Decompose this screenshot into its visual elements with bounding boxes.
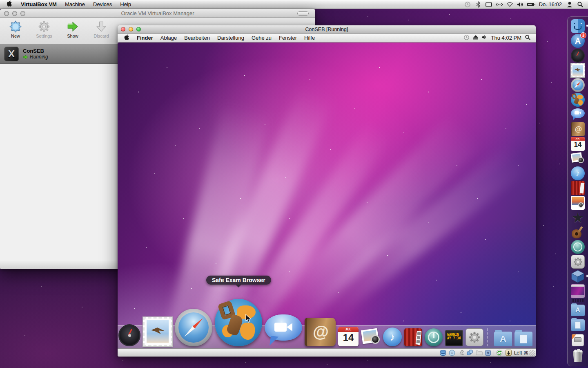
address-book-icon[interactable]: @: [571, 122, 585, 136]
usb-icon[interactable]: [458, 350, 465, 356]
manager-window-title: Oracle VM VirtualBox Manager: [0, 10, 315, 16]
image-capture-icon[interactable]: [571, 196, 585, 210]
guest-menu-hilfe[interactable]: Hilfe: [301, 35, 318, 41]
applications-folder-icon[interactable]: A: [494, 332, 512, 346]
manager-titlebar[interactable]: Oracle VM VirtualBox Manager: [0, 9, 315, 18]
optical-disc-icon[interactable]: [449, 350, 456, 356]
volume-icon[interactable]: [516, 0, 525, 9]
time-machine-icon[interactable]: [571, 240, 585, 254]
vm-name: ConSEB: [23, 48, 48, 54]
system-preferences-icon[interactable]: [571, 255, 585, 269]
host-clock[interactable]: Do. 16:02: [537, 1, 564, 7]
dashboard-icon[interactable]: [571, 49, 585, 63]
battery-icon[interactable]: [527, 0, 536, 9]
host-key-icon[interactable]: [505, 350, 512, 356]
guest-desktop[interactable]: Safe Exam Browser: [118, 43, 536, 348]
led-ticker-icon[interactable]: WARNIN AY 7:36: [445, 330, 463, 346]
shared-folders-icon[interactable]: [476, 350, 483, 356]
ical-icon[interactable]: JUL 14: [571, 137, 585, 151]
display-icon[interactable]: [484, 0, 493, 9]
virtualbox-icon[interactable]: [571, 269, 585, 283]
guest-volume-icon[interactable]: [482, 34, 488, 41]
guest-menu-bearbeiten[interactable]: Bearbeiten: [180, 35, 214, 41]
finder-smile: [574, 26, 581, 30]
new-vm-button[interactable]: New: [6, 20, 25, 38]
show-label: Show: [67, 34, 78, 38]
hard-disks-icon[interactable]: [440, 350, 447, 356]
guest-menu-finder[interactable]: Finder: [133, 35, 157, 41]
discard-button[interactable]: Discard: [91, 20, 111, 38]
seb-continent: [578, 100, 583, 105]
safe-exam-browser-icon[interactable]: [571, 93, 585, 107]
user-icon[interactable]: [565, 0, 574, 9]
menu-help[interactable]: Help: [116, 0, 135, 9]
menu-app-name[interactable]: VirtualBox VM: [17, 0, 61, 9]
show-button[interactable]: Show: [63, 20, 82, 38]
photo-booth-icon[interactable]: [404, 328, 422, 346]
applications-folder-icon[interactable]: A: [571, 305, 585, 316]
ical-icon[interactable]: JUL 14: [338, 327, 359, 346]
ichat-camera-body: [274, 323, 287, 332]
spotlight-icon[interactable]: [576, 0, 585, 9]
settings-button[interactable]: Settings: [34, 20, 54, 38]
resize-grip[interactable]: [529, 350, 535, 356]
guest-menu-ablage[interactable]: Ablage: [157, 35, 180, 41]
time-machine-icon[interactable]: [425, 328, 443, 346]
finder-icon[interactable]: [571, 19, 585, 33]
iphoto-icon[interactable]: [361, 328, 381, 346]
apple-menu[interactable]: [0, 0, 17, 9]
system-preferences-icon[interactable]: [466, 328, 483, 346]
mouse-integration-icon[interactable]: [496, 350, 503, 356]
window-preview-icon[interactable]: [571, 284, 585, 298]
virtualization-icon[interactable]: V: [485, 350, 492, 356]
safari-icon[interactable]: [571, 78, 585, 92]
vm-titlebar[interactable]: ConSEB [Running]: [118, 25, 536, 34]
menu-devices[interactable]: Devices: [89, 0, 116, 9]
keyboard-viewer-icon[interactable]: [495, 0, 504, 9]
bluetooth-icon[interactable]: [474, 0, 483, 9]
guest-spotlight-icon[interactable]: [525, 34, 531, 42]
photo-strip: [580, 183, 585, 194]
gears-glyph: [468, 330, 481, 344]
photo-strip: [415, 330, 421, 345]
gauge-needle: [577, 52, 579, 56]
trash-icon[interactable]: [571, 349, 585, 363]
toolbar-toggle-button[interactable]: [297, 11, 309, 16]
ical-month: JUL: [571, 137, 585, 141]
guest-time-machine-icon[interactable]: [463, 34, 470, 42]
guest-clock[interactable]: Thu 4:02 PM: [491, 35, 521, 41]
safari-icon[interactable]: [175, 309, 212, 346]
photo-booth-icon[interactable]: [571, 181, 585, 195]
imovie-icon[interactable]: ★: [571, 211, 585, 224]
mail-icon[interactable]: [571, 63, 585, 77]
guest-apple-menu[interactable]: [118, 34, 133, 42]
ichat-camera-body: [575, 111, 579, 114]
discard-label: Discard: [94, 34, 109, 38]
dock-separator: [571, 299, 585, 302]
eject-icon[interactable]: [473, 35, 479, 41]
guest-menu-darstellung[interactable]: Darstellung: [214, 35, 248, 41]
time-machine-icon[interactable]: [463, 0, 472, 9]
mail-icon[interactable]: [143, 317, 172, 346]
ichat-icon[interactable]: [571, 108, 585, 121]
itunes-icon[interactable]: ♪: [383, 328, 402, 346]
guest-menu-fenster[interactable]: Fenster: [275, 35, 301, 41]
garageband-icon[interactable]: [571, 225, 585, 239]
installer-icon[interactable]: [571, 333, 585, 347]
iphoto-icon[interactable]: [571, 152, 585, 166]
address-book-icon[interactable]: @: [305, 318, 336, 346]
app-store-icon[interactable]: A 3: [571, 34, 585, 48]
guest-menu-gehezu[interactable]: Gehe zu: [248, 35, 275, 41]
network-icon[interactable]: [467, 350, 474, 356]
wifi-icon[interactable]: [506, 0, 514, 9]
dashboard-icon[interactable]: [118, 324, 140, 346]
vm-os-icon: X: [4, 47, 19, 61]
itunes-icon[interactable]: ♪: [571, 166, 585, 180]
ichat-icon[interactable]: [265, 314, 302, 346]
trash-paper: [580, 350, 582, 352]
documents-folder-icon[interactable]: [514, 332, 532, 346]
safe-exam-browser-icon[interactable]: [215, 299, 262, 346]
documents-folder-icon[interactable]: [571, 319, 585, 331]
menu-machine[interactable]: Machine: [61, 0, 89, 9]
settings-gear-icon: [38, 20, 50, 33]
